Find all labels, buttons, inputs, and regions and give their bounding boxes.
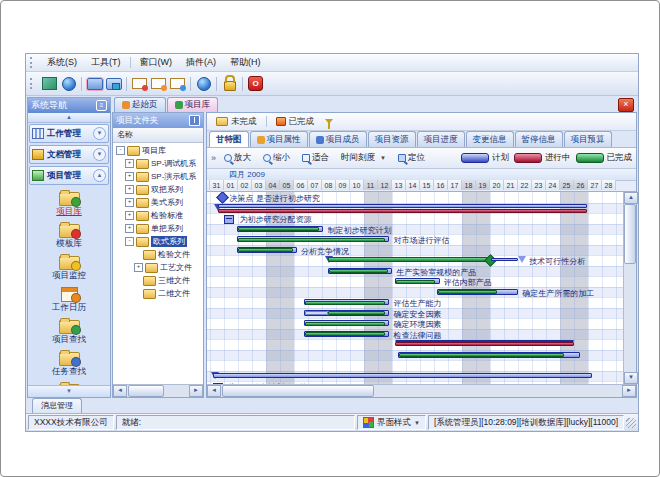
expand-icon[interactable]: +: [125, 224, 134, 233]
filter-icon[interactable]: [325, 119, 333, 124]
tab-1[interactable]: 起始页: [114, 97, 166, 112]
expand-icon[interactable]: -: [116, 146, 125, 155]
gantt-bar-done[interactable]: [328, 311, 385, 315]
nav-collapse-strip[interactable]: ▲: [28, 113, 110, 123]
fit-button[interactable]: 适合: [298, 151, 333, 165]
tab-2[interactable]: 项目库: [167, 97, 219, 112]
menu-item-4[interactable]: 插件(A): [179, 55, 223, 70]
tree-item-2[interactable]: +SP-调试机系: [114, 157, 203, 170]
menu-item-2[interactable]: 工具(T): [84, 55, 128, 70]
tree-item-1[interactable]: -项目库: [114, 144, 203, 157]
chevron-icon[interactable]: ▼: [93, 148, 106, 161]
gantt-canvas[interactable]: 决策点 是否进行初步研究为初步研究分配资源制定初步研究计划对市场进行评估分析竞争…: [207, 192, 623, 384]
tree-item-12[interactable]: 二维文件: [114, 287, 203, 300]
gantt-tab-4[interactable]: 项目资源: [368, 131, 416, 147]
sidebar-item-6[interactable]: 任务查找: [31, 349, 107, 379]
menu-item-3[interactable]: 窗口(W): [133, 55, 180, 70]
gantt-bar-done[interactable]: [329, 269, 388, 273]
webhelp-toolbar-button[interactable]: [195, 76, 212, 92]
h-scroll-thumb[interactable]: [222, 385, 374, 397]
zoom-in-button[interactable]: 放大: [220, 151, 255, 165]
nav-header-button[interactable]: ≡: [96, 100, 107, 111]
tree-item-10[interactable]: +工艺文件: [114, 261, 203, 274]
gantt-bar-done[interactable]: [399, 353, 564, 357]
gantt-bar-done[interactable]: [396, 280, 435, 284]
menu-item-1[interactable]: 系统(S): [40, 55, 84, 70]
mail1-toolbar-button[interactable]: [131, 76, 148, 92]
gantt-bar-active[interactable]: [218, 209, 588, 213]
expand-icon[interactable]: +: [125, 211, 134, 220]
sidebar-item-5[interactable]: 项目查找: [31, 317, 107, 347]
chevron-icon[interactable]: ▲: [93, 169, 106, 182]
menu-item-5[interactable]: 帮助(H): [223, 55, 268, 70]
mail3-toolbar-button[interactable]: [169, 76, 186, 92]
gantt-bar-plan[interactable]: [491, 258, 518, 261]
sidebar-item-1[interactable]: 项目库: [31, 189, 107, 219]
gantt-bar-done[interactable]: [305, 322, 385, 326]
ui-style-dropdown[interactable]: 界面样式 ▼: [357, 415, 426, 430]
scroll-left-icon[interactable]: ◄: [113, 385, 127, 397]
tree-item-9[interactable]: 检验文件: [114, 248, 203, 261]
gantt-bar-plan[interactable]: [218, 204, 587, 208]
gantt-bar-done[interactable]: [328, 257, 492, 262]
gantt-bar-done[interactable]: [438, 290, 497, 294]
collapse-tree-button[interactable]: »: [211, 153, 216, 163]
gantt-bar-done[interactable]: [238, 248, 293, 252]
tree-item-6[interactable]: +检验标准: [114, 209, 203, 222]
locate-button[interactable]: 定位: [394, 151, 429, 165]
gantt-tab-6[interactable]: 变更信息: [466, 131, 514, 147]
scroll-right-icon[interactable]: ►: [622, 385, 636, 397]
chevron-icon[interactable]: ▼: [93, 127, 106, 140]
sidebar-item-2[interactable]: 模板库: [31, 221, 107, 251]
close-icon[interactable]: ×: [618, 98, 634, 112]
expand-icon[interactable]: -: [125, 237, 134, 246]
v-scroll-thumb[interactable]: [624, 204, 636, 264]
sidebar-section-1[interactable]: 工作管理▼: [29, 124, 109, 143]
gantt-tab-1[interactable]: 甘特图: [209, 131, 249, 147]
gantt-bar-part[interactable]: [305, 311, 327, 315]
tree-item-8[interactable]: -欧式系列: [114, 235, 203, 248]
gantt-bar-done[interactable]: [305, 301, 385, 305]
filter-finished-button[interactable]: 已完成: [270, 115, 321, 129]
sidebar-section-3[interactable]: 项目管理▲: [29, 166, 109, 185]
gantt-tab-7[interactable]: 暂停信息: [515, 131, 563, 147]
expand-icon[interactable]: +: [125, 185, 134, 194]
gantt-tab-3[interactable]: 项目成员: [309, 131, 367, 147]
foldermon-toolbar-button[interactable]: [105, 76, 122, 92]
expand-icon[interactable]: +: [125, 172, 134, 181]
power-toolbar-button[interactable]: [247, 76, 264, 92]
sidebar-item-4[interactable]: 工作日历: [31, 285, 107, 315]
gantt-tab-8[interactable]: 项目预算: [564, 131, 612, 147]
tree-item-4[interactable]: +双把系列: [114, 183, 203, 196]
tree-item-11[interactable]: 三维文件: [114, 274, 203, 287]
scroll-left-icon[interactable]: ◄: [207, 385, 221, 397]
gantt-bar-done[interactable]: [238, 227, 319, 231]
tree-item-3[interactable]: +SP-演示机系: [114, 170, 203, 183]
gantt-bar-done[interactable]: [238, 238, 385, 242]
sidebar-section-2[interactable]: 文档管理▼: [29, 145, 109, 164]
gantt-tab-2[interactable]: 项目属性: [250, 131, 308, 147]
resize-grip[interactable]: [626, 418, 636, 428]
lock-toolbar-button[interactable]: [221, 76, 238, 92]
tree-item-5[interactable]: +美式系列: [114, 196, 203, 209]
mail2-toolbar-button[interactable]: [150, 76, 167, 92]
expand-icon[interactable]: +: [125, 159, 134, 168]
scroll-right-icon[interactable]: ►: [189, 385, 203, 397]
gantt-tab-5[interactable]: 项目进度: [417, 131, 465, 147]
expand-icon[interactable]: +: [125, 198, 134, 207]
gantt-mini-task[interactable]: [213, 383, 223, 385]
pin-icon[interactable]: [189, 115, 200, 126]
nav-bottom-strip[interactable]: ▼: [28, 385, 110, 397]
zoom-out-button[interactable]: 缩小: [259, 151, 294, 165]
screens-toolbar-button[interactable]: [41, 76, 58, 92]
message-manager-tab[interactable]: 消息管理: [32, 398, 82, 413]
gantt-bar-done[interactable]: [305, 332, 385, 336]
tree-column-header[interactable]: 名称: [113, 128, 203, 143]
gantt-bar-active[interactable]: [395, 342, 574, 346]
sidebar-item-3[interactable]: 项目监控: [31, 253, 107, 283]
tree-scroll-thumb[interactable]: [128, 385, 164, 397]
time-scale-dropdown[interactable]: 时间刻度▼: [337, 151, 390, 165]
expand-icon[interactable]: +: [134, 263, 143, 272]
gantt-bar-plan[interactable]: [213, 373, 592, 378]
filter-unfinished-button[interactable]: 未完成: [210, 115, 263, 129]
